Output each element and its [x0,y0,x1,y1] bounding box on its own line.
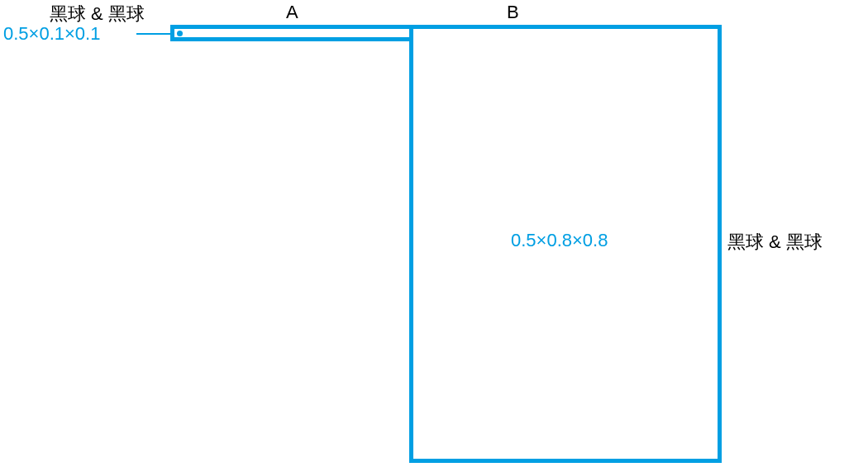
label-b: B [507,2,519,23]
value-small: 0.5×0.1×0.1 [3,23,100,45]
value-large: 0.5×0.8×0.8 [511,230,608,251]
leader-line [136,33,174,35]
box-a [170,25,413,41]
label-right: 黑球 & 黑球 [727,230,823,255]
marker-dot [177,31,183,36]
label-a: A [286,2,298,23]
